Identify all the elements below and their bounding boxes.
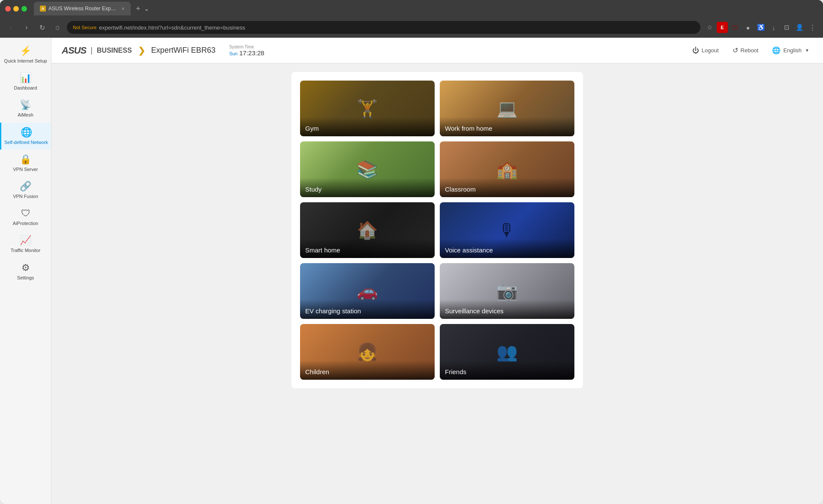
language-label: English: [783, 47, 802, 54]
sidebar: ⚡ Quick Internet Setup 📊 Dashboard 📡 AiM…: [0, 38, 51, 504]
maximize-button[interactable]: [21, 6, 27, 12]
classroom-label: Classroom: [440, 178, 574, 197]
language-chevron-icon: ▼: [805, 48, 809, 53]
brand-chevron-icon: ❯: [138, 45, 145, 56]
sidebar-item-vpn-fusion[interactable]: 🔗 VPN Fusion: [0, 177, 51, 204]
theme-card-study[interactable]: 📚 Study: [300, 141, 435, 197]
toolbar-right: ☆ E 🛡 ● ♿ ↓ ⊡ 👤 ⋮: [704, 22, 818, 33]
browser-window: A ASUS Wireless Router Exper... ✕ + ⌄ ‹ …: [0, 0, 823, 504]
browser-tab[interactable]: A ASUS Wireless Router Exper... ✕: [34, 2, 131, 15]
theme-card-smart-home[interactable]: 🏠 Smart home: [300, 202, 435, 258]
gym-label: Gym: [300, 117, 435, 136]
sidebar-item-aimesh[interactable]: 📡 AiMesh: [0, 95, 51, 122]
main-content: ASUS | BUSINESS ❯ ExpertWiFi EBR63 Syste…: [51, 38, 823, 504]
theme-card-classroom[interactable]: 🏫 Classroom: [440, 141, 574, 197]
tab-bar: A ASUS Wireless Router Exper... ✕ + ⌄: [34, 2, 153, 15]
friends-label: Friends: [440, 360, 574, 380]
sidebar-item-traffic-monitor[interactable]: 📈 Traffic Monitor: [0, 231, 51, 258]
surveillance-label: Surveillance devices: [440, 300, 574, 319]
ev-label: EV charging station: [300, 300, 435, 319]
vpn-server-icon: 🔒: [20, 154, 31, 165]
wfh-label: Work from home: [440, 117, 574, 136]
sidebar-item-aiprotection[interactable]: 🛡 AiProtection: [0, 204, 51, 231]
sidebar-item-dashboard[interactable]: 📊 Dashboard: [0, 68, 51, 95]
page-content: 🏋️ Gym 💻 Work from home 📚 Study: [51, 63, 823, 504]
traffic-lights: [5, 6, 27, 12]
shield-icon[interactable]: 🛡: [730, 22, 741, 33]
minimize-button[interactable]: [13, 6, 19, 12]
app-area: ⚡ Quick Internet Setup 📊 Dashboard 📡 AiM…: [0, 38, 823, 504]
traffic-monitor-icon: 📈: [20, 235, 31, 246]
reload-button[interactable]: ↻: [36, 21, 48, 33]
theme-card-work-from-home[interactable]: 💻 Work from home: [440, 81, 574, 136]
reboot-button[interactable]: ↺ Reboot: [729, 45, 762, 56]
settings-icon: ⚙: [21, 262, 30, 273]
logout-label: Logout: [702, 47, 719, 54]
quick-internet-icon: ⚡: [20, 45, 31, 57]
address-field[interactable]: Not Secure expertwifi.net/index.html?url…: [67, 21, 700, 34]
accessibility-icon[interactable]: ♿: [755, 22, 766, 33]
forward-button[interactable]: ›: [21, 21, 33, 33]
theme-card-ev-charging[interactable]: 🚗 EV charging station: [300, 263, 435, 319]
dashboard-icon: 📊: [20, 72, 31, 84]
address-bar: ‹ › ↻ ⌂ Not Secure expertwifi.net/index.…: [0, 17, 823, 38]
sidebar-item-settings[interactable]: ⚙ Settings: [0, 258, 51, 285]
logout-button[interactable]: ⏻ Logout: [689, 45, 722, 56]
logo-area: ASUS | BUSINESS ❯ ExpertWiFi EBR63: [62, 45, 216, 56]
download-icon[interactable]: ↓: [768, 22, 779, 33]
browser-titlebar: A ASUS Wireless Router Exper... ✕ + ⌄: [0, 0, 823, 17]
themes-container: 🏋️ Gym 💻 Work from home 📚 Study: [291, 72, 583, 388]
new-tab-button[interactable]: +: [132, 4, 144, 13]
aiprotection-icon: 🛡: [21, 208, 30, 219]
sidebar-item-vpn-server[interactable]: 🔒 VPN Server: [0, 150, 51, 177]
theme-card-voice-assistance[interactable]: 🎙 Voice assistance: [440, 202, 574, 258]
children-label: Children: [300, 360, 435, 380]
reboot-label: Reboot: [741, 47, 759, 54]
system-time: System Time Sun 17:23:28: [229, 45, 264, 57]
asus-logo: ASUS: [62, 45, 86, 56]
app-header: ASUS | BUSINESS ❯ ExpertWiFi EBR63 Syste…: [51, 38, 823, 63]
language-selector[interactable]: 🌐 English ▼: [769, 45, 813, 56]
vpn-fusion-icon: 🔗: [20, 181, 31, 192]
tab-favicon: A: [40, 6, 46, 12]
self-defined-icon: 🌐: [21, 127, 32, 138]
extensions-button[interactable]: E: [717, 22, 728, 33]
tab-title: ASUS Wireless Router Exper...: [48, 6, 117, 12]
business-label: BUSINESS: [97, 47, 132, 54]
logout-icon: ⏻: [692, 47, 699, 54]
sidebar-toggle[interactable]: ⊡: [781, 22, 792, 33]
smarthome-label: Smart home: [300, 239, 435, 258]
voice-label: Voice assistance: [440, 239, 574, 258]
sidebar-item-self-defined-network[interactable]: 🌐 Self-defined Network: [0, 123, 51, 150]
close-button[interactable]: [5, 6, 11, 12]
tab-list-chevron[interactable]: ⌄: [144, 5, 149, 12]
security-indicator: Not Secure: [73, 25, 96, 30]
theme-card-gym[interactable]: 🏋️ Gym: [300, 81, 435, 136]
theme-card-surveillance[interactable]: 📷 Surveillance devices: [440, 263, 574, 319]
vpn-icon[interactable]: ●: [742, 22, 754, 33]
sidebar-item-quick-internet-setup[interactable]: ⚡ Quick Internet Setup: [0, 41, 51, 68]
router-name: ExpertWiFi EBR63: [151, 46, 216, 55]
study-label: Study: [300, 178, 435, 197]
system-time-day: Sun: [229, 51, 238, 56]
logo-separator: |: [90, 46, 93, 55]
themes-grid: 🏋️ Gym 💻 Work from home 📚 Study: [300, 81, 574, 380]
theme-card-children[interactable]: 👧 Children: [300, 324, 435, 380]
system-time-value: 17:23:28: [239, 49, 264, 57]
home-button[interactable]: ⌂: [51, 21, 63, 33]
aimesh-icon: 📡: [20, 99, 31, 111]
globe-icon: 🌐: [772, 46, 781, 54]
menu-button[interactable]: ⋮: [807, 22, 818, 33]
tab-close-icon[interactable]: ✕: [121, 6, 125, 11]
theme-card-friends[interactable]: 👥 Friends: [440, 324, 574, 380]
system-time-label: System Time: [229, 45, 264, 49]
reboot-icon: ↺: [733, 46, 738, 54]
header-right: ⏻ Logout ↺ Reboot 🌐 English ▼: [689, 45, 813, 56]
profile-icon[interactable]: 👤: [794, 22, 805, 33]
address-url: expertwifi.net/index.html?url=sdn&curren…: [99, 24, 245, 31]
bookmark-button[interactable]: ☆: [704, 22, 715, 33]
back-button[interactable]: ‹: [5, 21, 17, 33]
